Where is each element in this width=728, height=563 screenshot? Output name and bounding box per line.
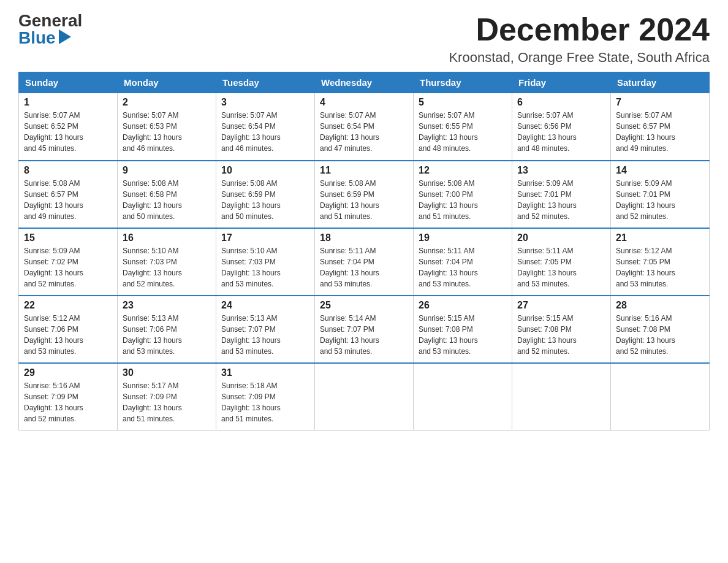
day-info: Sunrise: 5:11 AMSunset: 7:04 PMDaylight:…: [320, 245, 408, 289]
day-number: 23: [123, 300, 211, 311]
day-info: Sunrise: 5:08 AMSunset: 6:59 PMDaylight:…: [221, 178, 309, 222]
day-info: Sunrise: 5:08 AMSunset: 6:57 PMDaylight:…: [24, 178, 112, 222]
day-info: Sunrise: 5:07 AMSunset: 6:57 PMDaylight:…: [616, 110, 704, 154]
day-info: Sunrise: 5:10 AMSunset: 7:03 PMDaylight:…: [221, 245, 309, 289]
header-sunday: Sunday: [19, 72, 118, 93]
day-info: Sunrise: 5:08 AMSunset: 6:59 PMDaylight:…: [320, 178, 408, 222]
day-number: 4: [320, 97, 408, 108]
calendar-cell: 7Sunrise: 5:07 AMSunset: 6:57 PMDaylight…: [611, 93, 710, 161]
day-info: Sunrise: 5:12 AMSunset: 7:05 PMDaylight:…: [616, 245, 704, 289]
calendar-cell: 8Sunrise: 5:08 AMSunset: 6:57 PMDaylight…: [19, 161, 118, 228]
calendar-cell: 21Sunrise: 5:12 AMSunset: 7:05 PMDayligh…: [611, 228, 710, 296]
header-thursday: Thursday: [414, 72, 512, 93]
header-wednesday: Wednesday: [315, 72, 414, 93]
day-info: Sunrise: 5:15 AMSunset: 7:08 PMDaylight:…: [419, 313, 507, 357]
day-info: Sunrise: 5:07 AMSunset: 6:56 PMDaylight:…: [517, 110, 605, 154]
day-info: Sunrise: 5:09 AMSunset: 7:01 PMDaylight:…: [616, 178, 704, 222]
calendar-cell: 17Sunrise: 5:10 AMSunset: 7:03 PMDayligh…: [216, 228, 315, 296]
header-saturday: Saturday: [611, 72, 710, 93]
day-number: 2: [123, 97, 211, 108]
day-number: 13: [517, 165, 605, 176]
logo-triangle-icon: [59, 29, 71, 44]
day-info: Sunrise: 5:17 AMSunset: 7:09 PMDaylight:…: [123, 380, 211, 424]
header-tuesday: Tuesday: [216, 72, 315, 93]
day-number: 1: [24, 97, 112, 108]
calendar-week-row: 22Sunrise: 5:12 AMSunset: 7:06 PMDayligh…: [19, 296, 710, 363]
day-number: 24: [221, 300, 309, 311]
calendar-cell: 4Sunrise: 5:07 AMSunset: 6:54 PMDaylight…: [315, 93, 414, 161]
location-title: Kroonstad, Orange Free State, South Afri…: [449, 50, 710, 66]
calendar-cell: 23Sunrise: 5:13 AMSunset: 7:06 PMDayligh…: [118, 296, 216, 363]
calendar-cell: 22Sunrise: 5:12 AMSunset: 7:06 PMDayligh…: [19, 296, 118, 363]
calendar-cell: 20Sunrise: 5:11 AMSunset: 7:05 PMDayligh…: [512, 228, 611, 296]
calendar-cell: 26Sunrise: 5:15 AMSunset: 7:08 PMDayligh…: [414, 296, 512, 363]
title-area: December 2024 Kroonstad, Orange Free Sta…: [449, 12, 710, 66]
calendar-cell: 13Sunrise: 5:09 AMSunset: 7:01 PMDayligh…: [512, 161, 611, 228]
calendar-cell: 14Sunrise: 5:09 AMSunset: 7:01 PMDayligh…: [611, 161, 710, 228]
calendar-cell: 5Sunrise: 5:07 AMSunset: 6:55 PMDaylight…: [414, 93, 512, 161]
day-info: Sunrise: 5:07 AMSunset: 6:54 PMDaylight:…: [320, 110, 408, 154]
day-info: Sunrise: 5:11 AMSunset: 7:04 PMDaylight:…: [419, 245, 507, 289]
header-monday: Monday: [118, 72, 216, 93]
calendar-cell: [512, 363, 611, 431]
day-info: Sunrise: 5:15 AMSunset: 7:08 PMDaylight:…: [517, 313, 605, 357]
day-number: 29: [24, 367, 112, 378]
day-number: 14: [616, 165, 704, 176]
day-number: 9: [123, 165, 211, 176]
day-number: 21: [616, 232, 704, 243]
calendar-cell: 15Sunrise: 5:09 AMSunset: 7:02 PMDayligh…: [19, 228, 118, 296]
header-friday: Friday: [512, 72, 611, 93]
logo-general-text: General: [18, 12, 82, 29]
calendar-cell: 1Sunrise: 5:07 AMSunset: 6:52 PMDaylight…: [19, 93, 118, 161]
day-info: Sunrise: 5:13 AMSunset: 7:06 PMDaylight:…: [123, 313, 211, 357]
logo: General Blue: [18, 12, 82, 47]
day-number: 15: [24, 232, 112, 243]
day-number: 6: [517, 97, 605, 108]
day-info: Sunrise: 5:08 AMSunset: 7:00 PMDaylight:…: [419, 178, 507, 222]
day-number: 18: [320, 232, 408, 243]
calendar-week-row: 1Sunrise: 5:07 AMSunset: 6:52 PMDaylight…: [19, 93, 710, 161]
calendar-cell: 24Sunrise: 5:13 AMSunset: 7:07 PMDayligh…: [216, 296, 315, 363]
day-number: 30: [123, 367, 211, 378]
calendar-cell: 31Sunrise: 5:18 AMSunset: 7:09 PMDayligh…: [216, 363, 315, 431]
calendar-cell: 6Sunrise: 5:07 AMSunset: 6:56 PMDaylight…: [512, 93, 611, 161]
day-info: Sunrise: 5:09 AMSunset: 7:02 PMDaylight:…: [24, 245, 112, 289]
calendar-week-row: 8Sunrise: 5:08 AMSunset: 6:57 PMDaylight…: [19, 161, 710, 228]
month-title: December 2024: [449, 12, 710, 47]
day-number: 22: [24, 300, 112, 311]
calendar-cell: 11Sunrise: 5:08 AMSunset: 6:59 PMDayligh…: [315, 161, 414, 228]
day-info: Sunrise: 5:13 AMSunset: 7:07 PMDaylight:…: [221, 313, 309, 357]
calendar-cell: 28Sunrise: 5:16 AMSunset: 7:08 PMDayligh…: [611, 296, 710, 363]
day-number: 26: [419, 300, 507, 311]
calendar-cell: [611, 363, 710, 431]
day-number: 7: [616, 97, 704, 108]
calendar-cell: 16Sunrise: 5:10 AMSunset: 7:03 PMDayligh…: [118, 228, 216, 296]
calendar-cell: 30Sunrise: 5:17 AMSunset: 7:09 PMDayligh…: [118, 363, 216, 431]
day-info: Sunrise: 5:11 AMSunset: 7:05 PMDaylight:…: [517, 245, 605, 289]
day-number: 10: [221, 165, 309, 176]
day-info: Sunrise: 5:16 AMSunset: 7:08 PMDaylight:…: [616, 313, 704, 357]
day-info: Sunrise: 5:07 AMSunset: 6:53 PMDaylight:…: [123, 110, 211, 154]
calendar-cell: [315, 363, 414, 431]
day-number: 17: [221, 232, 309, 243]
calendar-cell: 25Sunrise: 5:14 AMSunset: 7:07 PMDayligh…: [315, 296, 414, 363]
day-number: 16: [123, 232, 211, 243]
page-header: General Blue December 2024 Kroonstad, Or…: [18, 12, 710, 66]
calendar-cell: 29Sunrise: 5:16 AMSunset: 7:09 PMDayligh…: [19, 363, 118, 431]
day-info: Sunrise: 5:07 AMSunset: 6:54 PMDaylight:…: [221, 110, 309, 154]
calendar-cell: [414, 363, 512, 431]
calendar-cell: 18Sunrise: 5:11 AMSunset: 7:04 PMDayligh…: [315, 228, 414, 296]
calendar-cell: 27Sunrise: 5:15 AMSunset: 7:08 PMDayligh…: [512, 296, 611, 363]
header-row: Sunday Monday Tuesday Wednesday Thursday…: [19, 72, 710, 93]
logo-blue-text: Blue: [18, 29, 72, 47]
day-info: Sunrise: 5:12 AMSunset: 7:06 PMDaylight:…: [24, 313, 112, 357]
calendar-cell: 19Sunrise: 5:11 AMSunset: 7:04 PMDayligh…: [414, 228, 512, 296]
calendar-week-row: 15Sunrise: 5:09 AMSunset: 7:02 PMDayligh…: [19, 228, 710, 296]
day-info: Sunrise: 5:14 AMSunset: 7:07 PMDaylight:…: [320, 313, 408, 357]
day-number: 25: [320, 300, 408, 311]
calendar-week-row: 29Sunrise: 5:16 AMSunset: 7:09 PMDayligh…: [19, 363, 710, 431]
day-number: 11: [320, 165, 408, 176]
day-number: 19: [419, 232, 507, 243]
day-number: 27: [517, 300, 605, 311]
day-info: Sunrise: 5:10 AMSunset: 7:03 PMDaylight:…: [123, 245, 211, 289]
